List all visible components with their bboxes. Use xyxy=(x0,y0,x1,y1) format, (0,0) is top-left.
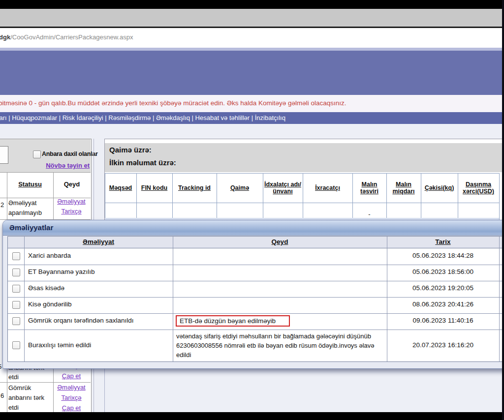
empty-cell-dash: - xyxy=(353,210,386,218)
operation-cell: Əsas kisədə xyxy=(28,284,64,292)
operations-table: Əməliyyat Qeyd Tarix Xarici anbarda 05.0… xyxy=(7,236,504,362)
operation-cell: ET Bəyannamə yazılıb xyxy=(28,268,95,275)
date-cell: 05.06.2023 18:44:28 xyxy=(387,252,499,259)
column-header-note[interactable]: Qeyd xyxy=(173,238,387,245)
row-checkbox[interactable] xyxy=(12,285,20,293)
row-checkbox[interactable] xyxy=(12,252,20,260)
nav-item[interactable]: Rəsmiləşdirmə xyxy=(108,114,151,121)
print-link[interactable]: Çap et xyxy=(54,372,89,380)
operation-link[interactable]: Əməliyyat xyxy=(54,198,89,205)
date-cell: 08.06.2023 20:41:26 xyxy=(387,300,499,308)
url-path: /CooGovAdmin/CarriersPackagesnew.aspx xyxy=(10,33,133,41)
row-id: 2 xyxy=(0,201,4,209)
column-header-fin[interactable]: FIN kodu xyxy=(137,173,172,203)
divider xyxy=(0,382,91,383)
nav-item[interactable]: tları xyxy=(0,114,7,121)
history-link[interactable]: Tarixçə xyxy=(54,208,89,215)
divider xyxy=(173,237,173,361)
row-status: etdi xyxy=(8,373,19,381)
date-cell: 20.07.2023 16:16:20 xyxy=(387,341,499,349)
print-link[interactable]: Çap et xyxy=(54,404,89,412)
warning-text: bitməsinə 0 - gün qalıb.Bu müddət ərzind… xyxy=(0,99,346,107)
row-id: 6 xyxy=(0,392,4,399)
letterbox-right xyxy=(502,0,504,420)
column-header-purpose[interactable]: Məqsəd xyxy=(105,173,136,203)
column-header-importer[interactable]: İdxalatçı adı/ ünvanı xyxy=(263,173,302,203)
warning-strip: bitməsinə 0 - gün qalıb.Bu müddət ərzind… xyxy=(0,95,504,112)
waybill-panel-header: Qaimə üzrə: İlkin məlumat üzrə: xyxy=(105,143,503,172)
browser-address-bar[interactable]: dgk/CooGovAdmin/CarriersPackagesnew.aspx xyxy=(0,28,504,48)
operation-cell: Gömrük orqanı tərəfindən saxlanıldı xyxy=(28,317,134,324)
row-id: 5 xyxy=(0,363,1,370)
operations-dialog: Əməliyyatlar Əməliyyat Qeyd Tarix Xarici… xyxy=(2,220,504,369)
row-status: anbarını tərk xyxy=(8,394,44,401)
note-cell-highlighted: ETB-də düzgün bəyan edilməyib xyxy=(176,315,290,327)
nav-item[interactable]: Hesabat və təhlillər xyxy=(195,114,250,121)
letterbox-bottom xyxy=(0,412,504,420)
main-nav-bar: tları | Hüquqpozmalar | Risk İdarəçiliyi… xyxy=(0,112,504,124)
row-status: etdi xyxy=(8,404,19,411)
row-status: Əməliyyat xyxy=(8,199,36,207)
column-header-weight[interactable]: Çəkisi(kq) xyxy=(421,173,457,203)
date-cell: 09.06.2023 11:40:16 xyxy=(387,317,499,324)
column-header-waybill[interactable]: Qaimə xyxy=(217,173,262,203)
screen: dgk/CooGovAdmin/CarriersPackagesnew.aspx… xyxy=(0,0,504,420)
column-header-exporter[interactable]: İxracatçı xyxy=(303,173,352,203)
divider xyxy=(8,313,504,314)
nav-item[interactable]: Hüquqpozmalar xyxy=(12,114,57,121)
row-checkbox[interactable] xyxy=(12,269,20,276)
row-status: aparılmayıb xyxy=(8,209,42,216)
row-checkbox[interactable] xyxy=(12,301,20,309)
column-header-goods-desc[interactable]: Malın təsviri xyxy=(353,173,386,203)
nav-item[interactable]: Əməkdaşlıq xyxy=(156,114,190,121)
main-nav: tları | Hüquqpozmalar | Risk İdarəçiliyi… xyxy=(0,114,285,121)
url-domain: dgk xyxy=(0,33,10,41)
clipped-input-box[interactable] xyxy=(0,146,8,164)
letterbox-top xyxy=(0,0,504,9)
divider xyxy=(24,237,25,361)
sidebar-column-note: Qeyd xyxy=(53,180,91,188)
warehouse-filter-label: Anbara daxil olanlar xyxy=(42,150,92,157)
divider xyxy=(499,237,500,361)
page-banner: Poçt məlumatları(Yeni) xyxy=(0,51,504,95)
row-checkbox[interactable] xyxy=(12,317,20,325)
row-status: Gömrük xyxy=(8,384,31,391)
section-title-initial: İlkin məlumat üzrə: xyxy=(109,158,176,167)
browser-tab-bar xyxy=(0,9,504,27)
dialog-title: Əməliyyatlar xyxy=(9,223,53,232)
nav-item[interactable]: Risk İdarəçiliyi xyxy=(63,114,103,121)
operation-link[interactable]: Əməliyyat xyxy=(54,384,89,391)
divider xyxy=(499,173,500,227)
column-header-tracking[interactable]: Tracking id xyxy=(173,173,216,203)
url-text[interactable]: dgk/CooGovAdmin/CarriersPackagesnew.aspx xyxy=(0,33,133,41)
divider xyxy=(8,330,504,330)
operation-cell: Xarici anbarda xyxy=(28,252,71,259)
section-title-waybill: Qaimə üzrə: xyxy=(109,146,152,154)
column-header-goods-qty[interactable]: Malın miqdarı xyxy=(387,173,420,203)
dialog-titlebar: Əməliyyatlar xyxy=(3,220,504,236)
history-link[interactable]: Tarixçə xyxy=(54,394,89,401)
operation-cell: Buraxılışı təmin edildi xyxy=(28,341,91,349)
sidebar-column-status[interactable]: Statusu xyxy=(7,180,53,188)
date-cell: 05.06.2023 19:20:05 xyxy=(387,284,499,292)
date-cell: 05.06.2023 18:56:00 xyxy=(387,268,499,275)
column-header-operation[interactable]: Əməliyyat xyxy=(24,238,173,245)
row-checkbox[interactable] xyxy=(12,341,20,349)
divider xyxy=(105,203,499,203)
nav-item[interactable]: İnzibatçılıq xyxy=(255,114,285,121)
divider xyxy=(8,281,504,281)
queue-assign-link[interactable]: Növbə təyin et xyxy=(30,162,90,169)
divider xyxy=(8,265,504,265)
operation-cell: Kisə göndərilib xyxy=(28,300,72,308)
column-header-date[interactable]: Tarix xyxy=(387,238,499,245)
warehouse-filter-checkbox[interactable] xyxy=(33,150,41,158)
divider xyxy=(104,368,105,412)
column-header-shipping[interactable]: Daşınma xərci(USD) xyxy=(458,173,499,203)
divider xyxy=(8,297,504,298)
note-cell: vətəndaş sifariş etdiyi məhsulların bir … xyxy=(176,331,389,360)
